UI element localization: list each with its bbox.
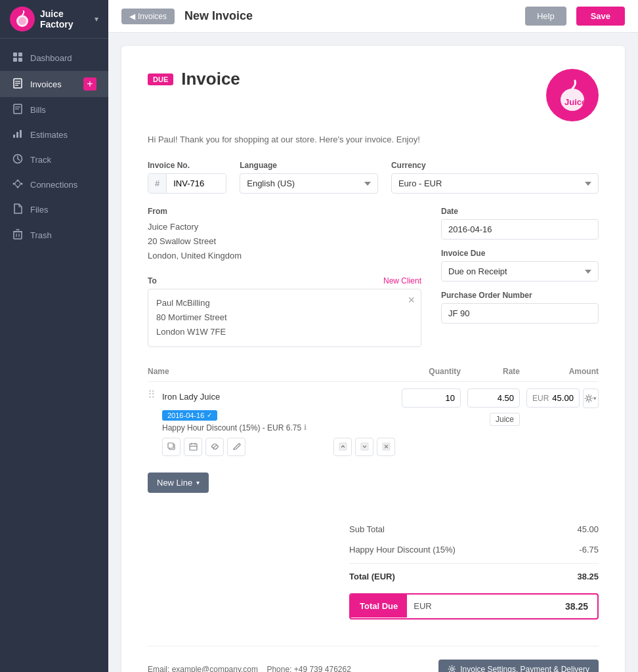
from-text: Juice Factory 20 Swallow Street London, …	[148, 220, 421, 263]
currency-select[interactable]: Euro - EUR	[391, 173, 599, 194]
new-line-arrow-icon: ▾	[196, 479, 200, 486]
connections-icon	[12, 179, 24, 190]
line-item-settings-button[interactable]: ▾	[583, 388, 599, 408]
total-due-amount: 38.25	[556, 595, 597, 618]
language-select[interactable]: English (US)	[240, 173, 378, 194]
right-col: Date Invoice Due Due on Receipt Purchase…	[441, 207, 599, 347]
svg-line-22	[15, 184, 17, 187]
po-input[interactable]	[441, 303, 599, 324]
calendar-button[interactable]	[184, 438, 202, 456]
item-name-col: ⠿ 2016-04-16 ✓ Happy	[148, 388, 395, 456]
svg-point-20	[21, 183, 23, 185]
invoices-icon	[12, 78, 24, 91]
sidebar-item-dashboard[interactable]: Dashboard	[0, 45, 108, 71]
link-button[interactable]	[205, 438, 224, 456]
settings-btn-label: Invoice Settings, Payment & Delivery	[460, 665, 589, 672]
content-area: DUE Invoice Juice Hi Paul! Thank you for…	[108, 33, 638, 672]
from-section: From Juice Factory 20 Swallow Street Lon…	[148, 207, 421, 263]
svg-rect-38	[339, 443, 347, 450]
to-close-button[interactable]: ✕	[408, 295, 415, 305]
language-group: Language English (US)	[240, 161, 378, 194]
item-date-badge[interactable]: 2016-04-16 ✓	[162, 410, 217, 421]
discount-info-icon: ℹ	[304, 423, 307, 432]
sidebar-item-trash[interactable]: Trash	[0, 222, 108, 248]
discount-value: -6.75	[579, 545, 599, 555]
col-amount: Amount	[526, 367, 599, 376]
svg-rect-14	[16, 132, 18, 138]
to-line-1: Paul McBilling	[156, 296, 413, 310]
save-button[interactable]: Save	[576, 7, 625, 26]
breadcrumb-label: Invoices	[138, 12, 167, 21]
amount-col: EUR 45.00 ▾	[526, 388, 599, 408]
add-invoice-button[interactable]: +	[83, 77, 96, 91]
rate-input[interactable]	[467, 388, 520, 408]
svg-point-43	[587, 396, 591, 400]
sidebar-item-estimates[interactable]: Estimates	[0, 123, 108, 147]
invoice-due-label: Invoice Due	[441, 249, 599, 258]
from-line-1: Juice Factory	[148, 220, 421, 234]
item-name-input[interactable]	[162, 388, 395, 405]
invoice-header-left: DUE Invoice	[148, 69, 240, 89]
sidebar-item-label: Estimates	[30, 130, 68, 140]
invoice-no-input[interactable]	[167, 174, 226, 193]
svg-point-17	[13, 183, 15, 185]
svg-rect-32	[168, 443, 173, 448]
to-section: To New Client ✕ Paul McBilling 80 Mortim…	[148, 276, 421, 346]
footer-contact: Email: example@company.com Phone: +49 73…	[148, 665, 351, 672]
language-label: Language	[240, 161, 378, 170]
sidebar-item-label: Invoices	[30, 79, 62, 89]
subtotal-row: Sub Total 45.00	[349, 519, 599, 539]
total-due-currency: EUR	[407, 595, 556, 618]
new-line-button[interactable]: New Line ▾	[148, 472, 209, 493]
logo-icon	[10, 7, 35, 32]
sidebar-item-files[interactable]: Files	[0, 197, 108, 222]
svg-rect-25	[14, 232, 22, 239]
invoice-title: Invoice	[181, 69, 240, 89]
discount-row-total: Happy Hour Discount (15%) -6.75	[349, 539, 599, 560]
drag-handle[interactable]: ⠿	[148, 388, 156, 401]
sidebar-item-connections[interactable]: Connections	[0, 173, 108, 197]
footer-phone: Phone: +49 739 476262	[266, 665, 351, 672]
svg-line-21	[15, 181, 17, 184]
copy-button[interactable]	[162, 438, 181, 456]
greeting-text: Hi Paul! Thank you for shopping at our s…	[148, 135, 599, 144]
col-name: Name	[148, 367, 395, 376]
invoice-settings-button[interactable]: Invoice Settings, Payment & Delivery	[438, 660, 599, 672]
rate-col: Juice	[467, 388, 520, 426]
line-items-header: Name Quantity Rate Amount	[148, 367, 599, 382]
trash-icon	[12, 229, 24, 242]
invoices-breadcrumb[interactable]: ◀ Invoices	[121, 9, 175, 24]
invoice-no-hash: #	[148, 174, 167, 193]
quantity-input[interactable]	[402, 388, 461, 408]
sidebar-item-track[interactable]: Track	[0, 147, 108, 173]
move-up-button[interactable]	[333, 438, 352, 456]
item-details: 2016-04-16 ✓ Happy Hour Discount (15%) -…	[162, 388, 395, 456]
to-header: To New Client	[148, 276, 421, 285]
line-item-row: ⠿ 2016-04-16 ✓ Happy	[148, 382, 599, 463]
sidebar-item-invoices[interactable]: Invoices +	[0, 71, 108, 97]
sidebar-logo[interactable]: Juice Factory ▾	[0, 0, 108, 39]
new-client-link[interactable]: New Client	[383, 276, 421, 285]
total-row: Total (EUR) 38.25	[349, 563, 599, 587]
sidebar-item-bills[interactable]: Bills	[0, 97, 108, 123]
discount-row: Happy Hour Discount (15%) - EUR 6.75 ℹ	[162, 423, 395, 432]
line-item-grid: ⠿ 2016-04-16 ✓ Happy	[148, 388, 599, 456]
page-title: New Invoice	[184, 9, 515, 23]
discount-label: Happy Hour Discount (15%)	[349, 545, 456, 555]
dashboard-icon	[12, 52, 24, 64]
spacer	[249, 438, 330, 456]
svg-line-37	[213, 446, 216, 448]
amount-value: 45.00	[552, 393, 574, 403]
invoice-due-select[interactable]: Due on Receipt	[441, 261, 599, 282]
date-badge-check: ✓	[207, 411, 212, 419]
date-input[interactable]	[441, 219, 599, 240]
help-button[interactable]: Help	[525, 7, 566, 26]
from-line-3: London, United Kingdom	[148, 249, 421, 263]
move-down-button[interactable]	[355, 438, 373, 456]
discount-text: Happy Hour Discount (15%) - EUR 6.75	[162, 423, 301, 432]
amount-display: EUR 45.00	[526, 388, 580, 408]
invoice-footer: Email: example@company.com Phone: +49 73…	[148, 646, 599, 672]
delete-item-button[interactable]	[377, 438, 395, 456]
edit-button[interactable]	[227, 438, 245, 456]
sidebar-dropdown-icon: ▾	[95, 14, 98, 24]
